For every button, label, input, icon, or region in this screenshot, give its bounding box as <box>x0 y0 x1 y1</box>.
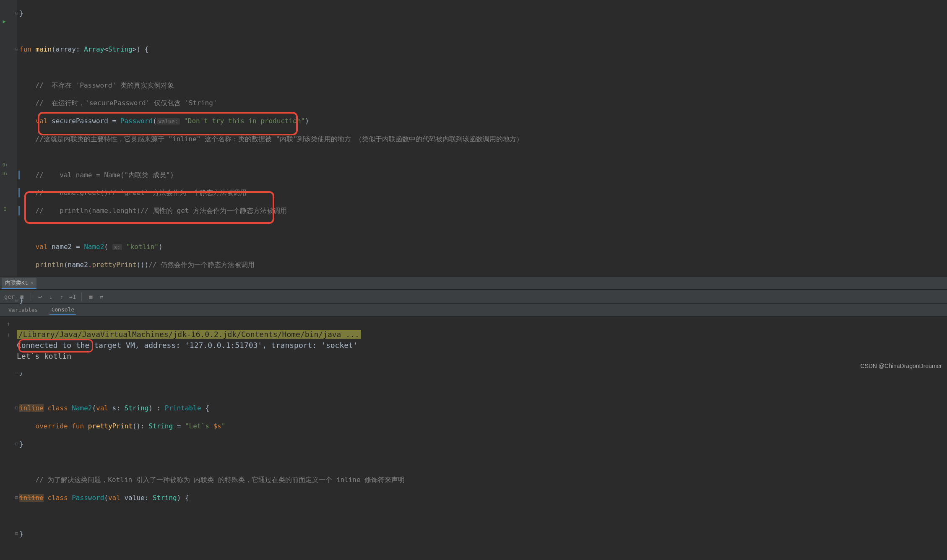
override-icon[interactable]: O↓ <box>2 162 8 169</box>
fold-icon[interactable]: ⊟ <box>15 45 18 54</box>
param-hint: s: <box>112 244 122 250</box>
fold-icon[interactable]: ⊟ <box>15 493 18 502</box>
watermark: CSDN @ChinaDragonDreamer <box>860 363 942 369</box>
console-gutter: ↑ ↓ <box>0 316 17 373</box>
console-output: ↑ ↓ /Library/Java/JavaVirtualMachines/jd… <box>0 316 947 373</box>
override-icon[interactable]: O↓ <box>2 171 8 177</box>
console-cmd-line: /Library/Java/JavaVirtualMachines/jdk-16… <box>17 330 361 339</box>
fold-icon[interactable]: ⊟ <box>15 529 18 538</box>
fold-icon[interactable]: ⊟ <box>15 9 18 18</box>
fold-icon[interactable]: ⊟ <box>15 440 18 449</box>
console-output-line: Let`s kotlin <box>17 352 71 360</box>
implements-icon[interactable]: I <box>2 206 8 213</box>
fold-icon[interactable]: ⊟ <box>15 296 18 305</box>
toolbar-label: ger <box>4 293 15 300</box>
vcs-change-bar <box>18 188 20 197</box>
code-editor[interactable]: ▶ O↓ O↓ I ⊟} ⊟fun main(array: Array<Stri… <box>0 0 947 277</box>
code-text[interactable]: ⊟} ⊟fun main(array: Array<String>) { // … <box>17 0 947 277</box>
scroll-down-icon[interactable]: ↓ <box>5 331 12 338</box>
console-connected-line: Connected to the target VM, address: '12… <box>17 341 358 350</box>
editor-gutter: ▶ O↓ O↓ I <box>0 0 17 277</box>
param-hint: value: <box>157 118 180 124</box>
vcs-change-bar <box>18 206 20 215</box>
run-icon[interactable]: ▶ <box>1 18 8 25</box>
vcs-change-bar <box>18 171 20 179</box>
console-text[interactable]: /Library/Java/JavaVirtualMachines/jdk-16… <box>17 316 947 373</box>
fold-icon[interactable]: ⊟ <box>15 404 18 412</box>
scroll-up-icon[interactable]: ↑ <box>5 320 12 327</box>
